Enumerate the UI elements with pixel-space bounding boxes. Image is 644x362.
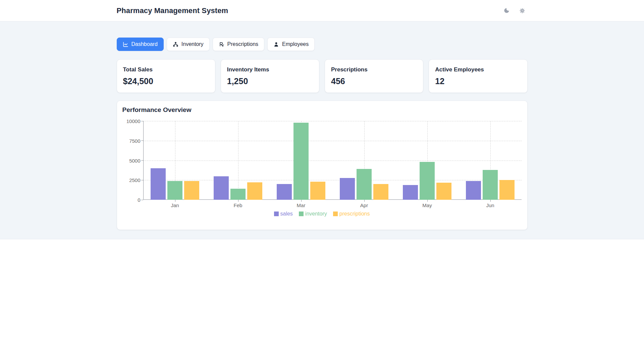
bar-prescriptions-Apr	[373, 184, 388, 200]
tab-label: Inventory	[181, 41, 204, 47]
user-icon	[273, 42, 279, 47]
header-actions	[501, 5, 528, 16]
legend-swatch	[299, 212, 304, 216]
bar-prescriptions-May	[436, 183, 451, 200]
tab-label: Dashboard	[131, 41, 158, 47]
tab-label: Employees	[282, 41, 309, 47]
tab-dashboard[interactable]: Dashboard	[117, 38, 164, 51]
y-tick-label: 10000	[123, 119, 141, 124]
legend-label: inventory	[305, 211, 327, 217]
stat-label: Total Sales	[123, 66, 209, 73]
legend-label: sales	[280, 211, 293, 217]
x-axis-label: Apr	[333, 202, 396, 208]
gridline-h	[144, 161, 522, 161]
network-boxes-icon	[173, 42, 178, 47]
bar-sales-May	[403, 185, 418, 200]
legend-swatch	[333, 212, 338, 216]
x-tick	[175, 200, 175, 202]
gridline-h	[144, 141, 522, 141]
x-tick	[238, 200, 238, 202]
tab-prescriptions[interactable]: Prescriptions	[213, 38, 264, 51]
legend-item-sales: sales	[274, 211, 293, 217]
stat-label: Inventory Items	[227, 66, 313, 73]
x-axis-label: May	[396, 202, 459, 208]
legend-item-inventory: inventory	[299, 211, 327, 217]
y-tick-label: 0	[123, 197, 141, 202]
x-axis-label: Jun	[459, 202, 522, 208]
bar-sales-Jan	[151, 168, 166, 200]
stat-card-active-employees: Active Employees 12	[429, 59, 527, 93]
stat-card-prescriptions: Prescriptions 456	[325, 59, 423, 93]
bar-inventory-Jun	[483, 170, 498, 200]
x-axis-label: Mar	[270, 202, 333, 208]
chart-plot: 025005000750010000JanFebMarAprMayJun	[143, 121, 522, 200]
bar-inventory-Feb	[230, 189, 246, 200]
stat-value: $24,500	[123, 76, 209, 86]
performance-overview-card: Performance Overview 025005000750010000J…	[117, 101, 528, 230]
bar-prescriptions-Jun	[499, 180, 515, 200]
settings-button[interactable]	[517, 5, 528, 16]
y-tick-label: 2500	[123, 178, 141, 183]
gear-icon	[519, 8, 525, 14]
x-tick	[364, 200, 365, 202]
stat-value: 12	[435, 76, 521, 86]
app-header: Pharmacy Management System	[0, 0, 644, 21]
stat-value: 1,250	[227, 76, 313, 86]
y-tick-label: 5000	[123, 158, 141, 163]
stat-label: Active Employees	[435, 66, 521, 73]
bar-inventory-Mar	[293, 123, 309, 200]
bar-chart: 025005000750010000JanFebMarAprMayJun sal…	[122, 121, 522, 222]
gridline-h	[144, 180, 522, 180]
chart-legend: salesinventoryprescriptions	[122, 211, 522, 217]
tab-bar: Dashboard Inventory Prescriptions Employ…	[117, 38, 528, 51]
legend-item-prescriptions: prescriptions	[333, 211, 370, 217]
dark-mode-toggle[interactable]	[501, 5, 512, 16]
chart-title: Performance Overview	[122, 106, 522, 114]
legend-label: prescriptions	[339, 211, 370, 217]
gridline-v	[238, 121, 238, 200]
stat-card-inventory-items: Inventory Items 1,250	[221, 59, 319, 93]
tab-employees[interactable]: Employees	[267, 38, 315, 51]
y-tick	[141, 200, 143, 200]
stats-row: Total Sales $24,500 Inventory Items 1,25…	[117, 59, 528, 93]
x-tick	[490, 200, 491, 202]
bar-sales-Apr	[340, 178, 355, 200]
bar-prescriptions-Mar	[310, 182, 325, 200]
x-axis-label: Feb	[207, 202, 270, 208]
bar-prescriptions-Jan	[184, 181, 199, 200]
rx-icon	[219, 42, 224, 47]
x-tick	[301, 200, 302, 202]
y-tick	[141, 140, 143, 141]
legend-swatch	[274, 212, 279, 216]
tab-label: Prescriptions	[227, 41, 258, 47]
bar-sales-Mar	[277, 184, 292, 200]
tab-inventory[interactable]: Inventory	[167, 38, 210, 51]
y-tick	[141, 160, 143, 161]
y-tick	[141, 121, 143, 121]
stat-label: Prescriptions	[331, 66, 417, 73]
bar-inventory-May	[420, 162, 435, 200]
bar-prescriptions-Feb	[247, 182, 262, 200]
y-tick	[141, 180, 143, 180]
bar-sales-Feb	[214, 176, 229, 200]
stat-value: 456	[331, 76, 417, 86]
y-tick-label: 7500	[123, 138, 141, 143]
stat-card-total-sales: Total Sales $24,500	[117, 59, 215, 93]
main-content: Dashboard Inventory Prescriptions Employ…	[0, 21, 644, 239]
gridline-h	[144, 121, 522, 121]
bar-inventory-Jan	[167, 181, 182, 200]
x-tick	[427, 200, 428, 202]
bar-inventory-Apr	[357, 169, 372, 200]
moon-icon	[503, 7, 510, 14]
bar-sales-Jun	[466, 181, 481, 200]
x-axis-label: Jan	[144, 202, 207, 208]
app-title: Pharmacy Management System	[117, 6, 228, 15]
chart-line-icon	[123, 42, 128, 47]
